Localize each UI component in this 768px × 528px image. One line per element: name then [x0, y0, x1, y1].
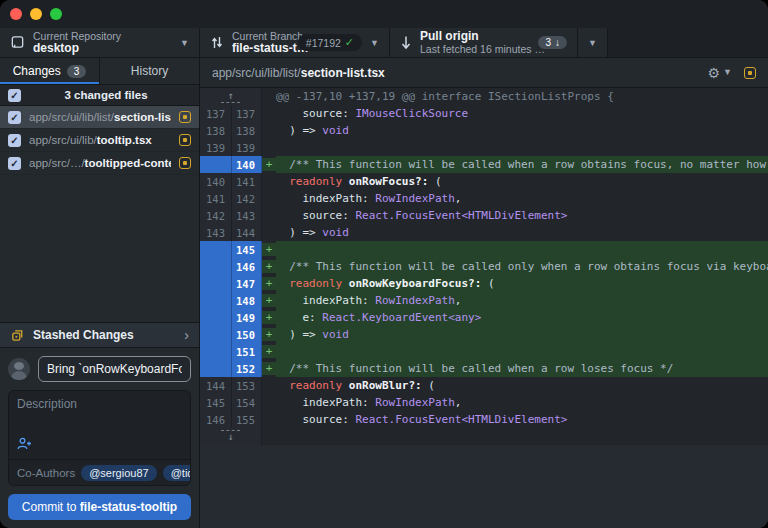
stashed-changes-row[interactable]: Stashed Changes › — [0, 322, 199, 348]
pull-count-badge: 3 ↓ — [538, 36, 567, 49]
diff-context-line[interactable]: 142143 source: React.FocusEvent<HTMLDivE… — [200, 207, 768, 224]
close-window-button[interactable] — [10, 8, 22, 20]
tab-label: History — [131, 64, 168, 78]
repository-dropdown[interactable]: Current Repository desktop ▼ — [0, 28, 200, 57]
file-row[interactable]: ✓app/src/ui/lib/list/section-list.tsx — [0, 106, 199, 129]
diff-context-line[interactable]: 139139 — [200, 139, 768, 156]
diff-context-line[interactable]: 146155 source: React.FocusEvent<HTMLDivE… — [200, 411, 768, 428]
diff-code: indexPath: RowIndexPath, — [276, 394, 768, 411]
zoom-window-button[interactable] — [50, 8, 62, 20]
diff-context-line[interactable]: 138138 ) => void — [200, 122, 768, 139]
minimize-window-button[interactable] — [30, 8, 42, 20]
diff-file-dir: app/src/ui/lib/list/ — [212, 66, 301, 80]
diff-added-line[interactable]: 147+ readonly onRowKeyboardFocus?: ( — [200, 275, 768, 292]
diff-options-button[interactable]: ⚙▼ — [708, 66, 732, 80]
coauthor-pill[interactable]: @sergiou87 — [81, 465, 156, 481]
gear-icon: ⚙ — [708, 66, 721, 80]
diff-code: source: React.FocusEvent<HTMLDivElement> — [276, 411, 768, 428]
sidebar-tabs: Changes3History — [0, 58, 199, 85]
expand-hunk-down-button[interactable]: ↓ — [221, 430, 239, 443]
old-line-number — [200, 292, 232, 309]
expand-hunk-up-button[interactable]: ↑ — [221, 90, 239, 103]
coauthor-pill[interactable]: @tidy-dev — [163, 465, 190, 481]
diff-code-empty — [262, 428, 768, 445]
diff-added-line[interactable]: 151+ — [200, 343, 768, 360]
file-path: app/src/ui/lib/tooltip.tsx — [29, 134, 171, 146]
new-line-number: 142 — [232, 190, 262, 207]
diff-expand-row: ↓ — [200, 428, 768, 445]
chevron-down-icon: ▼ — [362, 38, 379, 48]
pr-status-badge[interactable]: #17192 ✓ — [298, 34, 362, 51]
old-line-number — [200, 258, 232, 275]
tab-history[interactable]: History — [100, 58, 199, 84]
old-line-number — [200, 360, 232, 377]
diff-marker: + — [262, 158, 276, 171]
new-line-number: 139 — [232, 139, 262, 156]
new-line-number: 137 — [232, 105, 262, 122]
old-line-number: 143 — [200, 224, 232, 241]
commit-description-input[interactable] — [9, 391, 190, 459]
diff-added-line[interactable]: 149+ e: React.KeyboardEvent<any> — [200, 309, 768, 326]
pull-origin-button[interactable]: Pull origin Last fetched 16 minutes … 3 … — [390, 28, 578, 57]
diff-code: indexPath: RowIndexPath, — [276, 190, 768, 207]
commit-button-prefix: Commit to — [22, 500, 80, 514]
branch-name: file-status-t… — [232, 42, 290, 56]
diff-context-line[interactable]: 137137 source: IMouseClickSource — [200, 105, 768, 122]
down-arrow-icon: ↓ — [555, 37, 560, 48]
stash-icon — [10, 328, 25, 343]
old-line-number — [200, 326, 232, 343]
pull-arrow-icon — [400, 35, 412, 50]
diff-code: e: React.KeyboardEvent<any> — [276, 309, 768, 326]
file-checkbox[interactable]: ✓ — [8, 134, 21, 147]
new-line-number: 153 — [232, 377, 262, 394]
diff-code: /** This function will be called only wh… — [276, 258, 768, 275]
file-checkbox[interactable]: ✓ — [8, 157, 21, 170]
pr-number: #17192 — [306, 37, 341, 49]
diff-gutter: ↑ — [200, 88, 262, 105]
diff-added-line[interactable]: 148+ indexPath: RowIndexPath, — [200, 292, 768, 309]
coauthors-label: Co-Authors — [17, 467, 75, 479]
new-line-number: 150 — [232, 326, 262, 343]
branch-dropdown[interactable]: Current Branch file-status-t… #17192 ✓ ▼ — [200, 28, 390, 57]
old-line-number: 139 — [200, 139, 232, 156]
user-avatar — [8, 358, 30, 380]
tab-badge: 3 — [67, 65, 87, 78]
commit-summary-input[interactable] — [38, 356, 191, 382]
add-coauthor-icon[interactable] — [17, 436, 32, 454]
diff-context-line[interactable]: 144153 readonly onRowBlur?: ( — [200, 377, 768, 394]
new-line-number: 155 — [232, 411, 262, 428]
file-path: app/src/…/tooltipped-content.tsx — [29, 157, 171, 169]
pull-count: 3 — [545, 37, 551, 48]
checks-passed-icon: ✓ — [345, 36, 354, 49]
diff-rows: ↑@@ -137,10 +137,19 @@ interface ISectio… — [200, 88, 768, 445]
pull-options-dropdown[interactable]: ▼ — [578, 28, 608, 57]
new-line-number: 141 — [232, 173, 262, 190]
diff-code: readonly onRowKeyboardFocus?: ( — [276, 275, 768, 292]
diff-added-line[interactable]: 146+ /** This function will be called on… — [200, 258, 768, 275]
diff-context-line[interactable]: 140141 readonly onRowFocus?: ( — [200, 173, 768, 190]
diff-code: /** This function will be called when a … — [276, 156, 768, 173]
old-line-number: 144 — [200, 377, 232, 394]
diff-file-path: app/src/ui/lib/list/section-list.tsx — [212, 66, 708, 80]
diff-added-line[interactable]: 150+ ) => void — [200, 326, 768, 343]
diff-added-line[interactable]: 152+ /** This function will be called wh… — [200, 360, 768, 377]
file-row[interactable]: ✓app/src/…/tooltipped-content.tsx — [0, 152, 199, 175]
diff-marker: + — [262, 277, 276, 290]
select-all-checkbox[interactable]: ✓ — [8, 89, 21, 102]
diff-added-line[interactable]: 145+ — [200, 241, 768, 258]
chevron-right-icon: › — [184, 328, 189, 342]
commit-description-box: Co-Authors @sergiou87@tidy-dev — [8, 390, 191, 486]
diff-context-line[interactable]: 141142 indexPath: RowIndexPath, — [200, 190, 768, 207]
diff-context-line[interactable]: 143144 ) => void — [200, 224, 768, 241]
stashed-changes-label: Stashed Changes — [33, 328, 176, 342]
diff-added-line[interactable]: 140+ /** This function will be called wh… — [200, 156, 768, 173]
tab-changes[interactable]: Changes3 — [0, 58, 100, 84]
file-checkbox[interactable]: ✓ — [8, 111, 21, 124]
new-line-number: 145 — [232, 241, 262, 258]
commit-button[interactable]: Commit to file-status-tooltip — [8, 494, 191, 520]
diff-marker: + — [262, 328, 276, 341]
diff-context-line[interactable]: 145154 indexPath: RowIndexPath, — [200, 394, 768, 411]
file-row[interactable]: ✓app/src/ui/lib/tooltip.tsx — [0, 129, 199, 152]
diff-hunk-header: ↑@@ -137,10 +137,19 @@ interface ISectio… — [200, 88, 768, 105]
modified-file-icon — [179, 111, 191, 123]
